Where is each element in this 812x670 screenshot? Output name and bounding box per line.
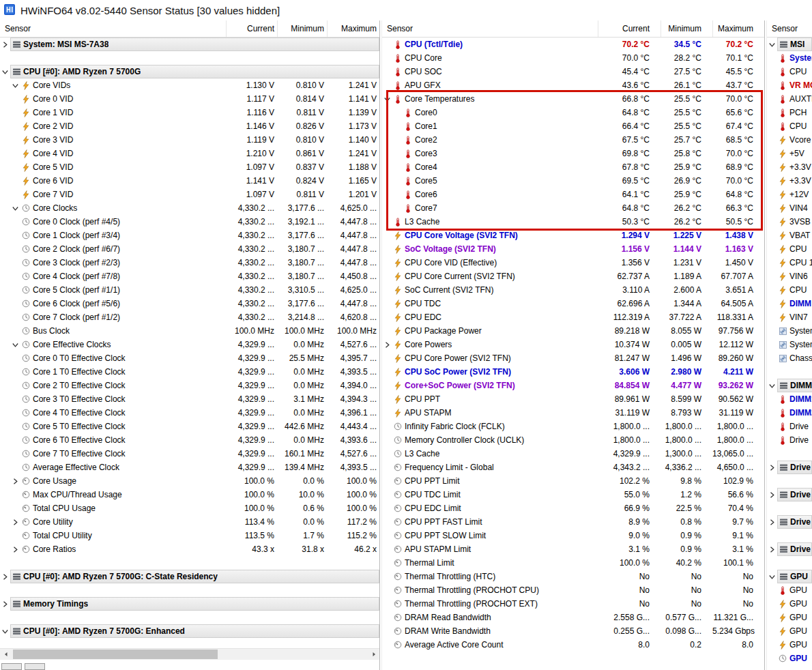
sensor-row[interactable]: Bus Clock100.0 MHz100.0 MHz100.0 MHz (0, 324, 379, 338)
sensor-row[interactable]: System (767, 338, 812, 351)
sensor-row[interactable]: GPU (767, 638, 812, 652)
sensor-row[interactable]: Core Temperatures66.8 °C25.5 °C70.0 °C (382, 92, 764, 106)
chevron-down-icon[interactable] (767, 570, 777, 583)
sensor-row[interactable]: APU STAPM31.119 W8.793 W31.119 W (382, 406, 764, 420)
sensor-row[interactable]: +5V (767, 147, 812, 160)
group-header-row[interactable]: CPU [#0]: AMD Ryzen 7 5700G (0, 65, 379, 78)
bottom-button-stub[interactable] (25, 663, 45, 670)
sensor-row[interactable]: Core 1 VID1.116 V0.811 V1.139 V (0, 106, 379, 119)
group-header-row[interactable]: Drive (767, 488, 812, 501)
sensor-row[interactable]: L3 Cache4,329.9 ...1,300.0 ...13,065.0 .… (382, 447, 764, 461)
sensor-row[interactable]: Core VIDs1.130 V0.810 V1.241 V (0, 78, 379, 92)
chevron-down-icon[interactable] (10, 338, 20, 351)
group-header-row[interactable]: Drive (767, 542, 812, 556)
sensor-row[interactable]: VIN4 (767, 201, 812, 215)
sensor-row[interactable]: GPU (767, 624, 812, 638)
sensor-row[interactable]: VR MOS (767, 78, 812, 92)
sensor-row[interactable]: Core 6 VID1.141 V0.824 V1.165 V (0, 174, 379, 188)
sensor-row[interactable]: VIN7 (767, 310, 812, 324)
sensor-row[interactable]: DIMM (767, 297, 812, 310)
sensor-row[interactable]: Thermal Throttling (PROCHOT EXT)NoNoNo (382, 597, 764, 611)
column-header-sensor[interactable]: Sensor (382, 20, 598, 37)
sensor-row[interactable]: DIMM1 (767, 392, 812, 406)
column-header-minimum[interactable]: Minimum (277, 20, 327, 37)
sensor-row[interactable]: CPU SOC45.4 °C27.5 °C45.5 °C (382, 65, 764, 78)
sensor-row[interactable]: CPU PPT SLOW Limit9.0 %0.9 %9.1 % (382, 529, 764, 542)
sensor-row[interactable]: Drive (767, 433, 812, 447)
sensor-row[interactable]: CPU (767, 283, 812, 297)
sensor-row[interactable]: APU GFX43.6 °C26.1 °C43.7 °C (382, 78, 764, 92)
sensor-row[interactable]: Chassis (767, 351, 812, 365)
sensor-row[interactable]: GPU (767, 652, 812, 665)
chevron-right-icon[interactable] (10, 542, 20, 556)
sensor-row[interactable]: Core 5 T0 Effective Clock4,329.9 ...442.… (0, 420, 379, 433)
sensor-row[interactable]: Core 3 VID1.119 V0.810 V1.140 V (0, 133, 379, 147)
chevron-right-icon[interactable] (0, 597, 10, 611)
sensor-row[interactable]: CPU TDC62.696 A1.344 A64.505 A (382, 297, 764, 310)
sensor-row[interactable]: Thermal Throttling (PROCHOT CPU)NoNoNo (382, 583, 764, 597)
sensor-row[interactable]: Core 1 T0 Effective Clock4,329.9 ...0.0 … (0, 365, 379, 379)
sensor-row[interactable]: CPU PPT89.961 W8.599 W90.562 W (382, 392, 764, 406)
chevron-right-icon[interactable] (382, 338, 392, 351)
chevron-right-icon[interactable] (767, 488, 777, 501)
sensor-row[interactable]: CPU (Tctl/Tdie)70.2 °C34.5 °C70.2 °C (382, 38, 764, 51)
group-header-row[interactable]: Drive (767, 461, 812, 474)
sensor-row[interactable]: CPU Core Voltage (SVI2 TFN)1.294 V1.225 … (382, 229, 764, 242)
chevron-down-icon[interactable] (382, 92, 392, 106)
sensor-row[interactable]: DRAM Read Bandwidth2.558 G...0.577 G...1… (382, 611, 764, 624)
chevron-right-icon[interactable] (767, 542, 777, 556)
group-header-row[interactable]: MSI (767, 38, 812, 51)
sensor-row[interactable]: Core064.8 °C25.5 °C65.6 °C (382, 106, 764, 119)
sensor-row[interactable]: Core 0 T0 Effective Clock4,329.9 ...25.5… (0, 351, 379, 365)
sensor-row[interactable]: Core 0 VID1.117 V0.814 V1.141 V (0, 92, 379, 106)
scroll-right-button[interactable] (368, 649, 379, 660)
app-icon[interactable] (3, 3, 16, 18)
column-header-minimum[interactable]: Minimum (661, 20, 712, 37)
scrollbar-track[interactable] (12, 649, 368, 660)
sensor-row[interactable]: Max CPU/Thread Usage100.0 %10.0 %100.0 % (0, 488, 379, 501)
sensor-row[interactable]: Average Effective Clock4,329.9 ...139.4 … (0, 461, 379, 474)
group-header-row[interactable]: GPU (767, 570, 812, 583)
sensor-row[interactable]: Total CPU Utility113.5 %1.7 %115.2 % (0, 529, 379, 542)
column-header-sensor[interactable]: Sensor (767, 20, 812, 37)
sensor-row[interactable]: Core 2 VID1.146 V0.826 V1.173 V (0, 119, 379, 133)
sensor-row[interactable]: Core569.5 °C26.9 °C70.0 °C (382, 174, 764, 188)
column-header-current[interactable]: Current (598, 20, 661, 37)
chevron-down-icon[interactable] (10, 78, 20, 92)
sensor-row[interactable]: VBAT (767, 229, 812, 242)
sensor-row[interactable]: Core+SoC Power (SVI2 TFN)84.854 W4.477 W… (382, 379, 764, 392)
chevron-down-icon[interactable] (767, 38, 777, 51)
sensor-row[interactable]: Core664.1 °C25.9 °C64.8 °C (382, 188, 764, 201)
sensor-row[interactable]: Core467.8 °C25.9 °C68.9 °C (382, 160, 764, 174)
sensor-row[interactable]: Frequency Limit - Global4,343.2 ...4,336… (382, 461, 764, 474)
sensor-row[interactable]: CPU TDC Limit55.0 %1.2 %56.6 % (382, 488, 764, 501)
sensor-row[interactable]: CPU PPT FAST Limit8.9 %0.8 %9.7 % (382, 515, 764, 529)
sensor-row[interactable]: GPU (767, 611, 812, 624)
sensor-row[interactable]: Core 5 Clock (perf #1/1)4,330.2 ...3,310… (0, 283, 379, 297)
bottom-button-stub[interactable] (1, 663, 22, 670)
chevron-down-icon[interactable] (10, 201, 20, 215)
sensor-row[interactable]: Core 7 Clock (perf #1/2)4,330.2 ...3,214… (0, 310, 379, 324)
sensor-row[interactable]: CPU Package Power89.218 W8.055 W97.756 W (382, 324, 764, 338)
chevron-right-icon[interactable] (767, 461, 777, 474)
sensor-row[interactable]: CPU EDC Limit66.9 %22.5 %70.4 % (382, 501, 764, 515)
sensor-row[interactable]: +3.3V (767, 174, 812, 188)
group-header-row[interactable]: CPU [#0]: AMD Ryzen 7 5700G: Enhanced (0, 624, 379, 638)
sensor-row[interactable]: CPU PPT Limit102.2 %9.8 %102.9 % (382, 474, 764, 488)
sensor-row[interactable]: Core 2 T0 Effective Clock4,329.9 ...0.0 … (0, 379, 379, 392)
group-header-row[interactable]: DIMM (767, 379, 812, 392)
chevron-right-icon[interactable] (0, 38, 10, 51)
sensor-row[interactable]: Core 4 T0 Effective Clock4,329.9 ...0.0 … (0, 406, 379, 420)
sensor-row[interactable]: Core 4 VID1.210 V0.861 V1.241 V (0, 147, 379, 160)
sensor-row[interactable]: DIMM2 (767, 406, 812, 420)
sensor-row[interactable]: Core166.4 °C25.5 °C67.4 °C (382, 119, 764, 133)
group-header-row[interactable]: Memory Timings (0, 597, 379, 611)
sensor-row[interactable]: Total CPU Usage100.0 %0.6 %100.0 % (0, 501, 379, 515)
chevron-down-icon[interactable] (767, 379, 777, 392)
sensor-row[interactable]: GPU (767, 597, 812, 611)
sensor-row[interactable]: APU STAPM Limit3.1 %0.9 %3.1 % (382, 542, 764, 556)
sensor-row[interactable]: Core 4 Clock (perf #7/8)4,330.2 ...3,180… (0, 270, 379, 283)
sensor-row[interactable]: Core 7 VID1.097 V0.811 V1.201 V (0, 188, 379, 201)
sensor-row[interactable]: Core 6 T0 Effective Clock4,329.9 ...0.0 … (0, 433, 379, 447)
sensor-row[interactable]: CPU Core Current (SVI2 TFN)62.737 A1.189… (382, 270, 764, 283)
